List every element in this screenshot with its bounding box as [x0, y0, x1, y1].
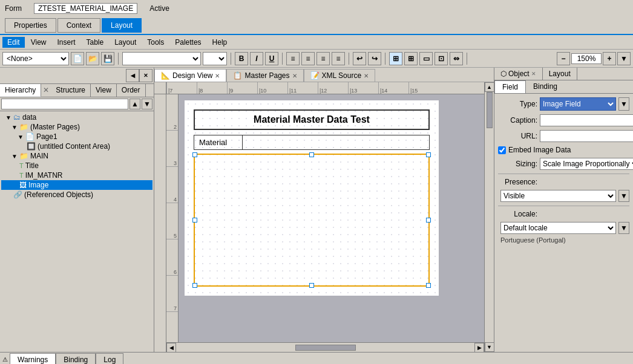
align-center-btn[interactable]: ≡ [301, 52, 315, 65]
move-down-btn[interactable]: ▼ [142, 99, 153, 109]
v-scrollbar[interactable]: ▲ ▼ [484, 82, 494, 352]
hierarchy-tab[interactable]: Hierarchy [0, 84, 41, 97]
xml-source-close[interactable]: ✕ [364, 73, 369, 79]
handle-br[interactable] [426, 283, 431, 288]
zoom-out-btn[interactable]: − [557, 52, 570, 65]
panel-close-btn[interactable]: ✕ [139, 69, 153, 82]
tree-item-im-matnr[interactable]: T IM_MATNR [1, 171, 153, 180]
grid2-btn[interactable]: ⊞ [404, 52, 418, 65]
tree-item-ref-objects[interactable]: 🔗 (Referenced Objects) [1, 190, 153, 200]
italic-btn[interactable]: I [250, 52, 263, 65]
type-select[interactable]: Image Field [540, 97, 616, 111]
open-btn[interactable]: 📂 [86, 52, 99, 65]
bold-btn[interactable]: B [235, 52, 248, 65]
embed-checkbox[interactable] [498, 146, 506, 154]
tree-item-master-pages[interactable]: ▼ 📁 (Master Pages) [1, 122, 153, 132]
redo-btn[interactable]: ↪ [368, 52, 381, 65]
order-tab[interactable]: Order [117, 84, 146, 97]
hierarchy-search[interactable] [1, 99, 128, 109]
structure-tab[interactable]: Structure [51, 84, 91, 97]
scroll-right-btn[interactable]: ▶ [474, 343, 484, 353]
zoom-dropdown-btn[interactable]: ▼ [617, 52, 631, 65]
tab-xml-source[interactable]: 📝 XML Source ✕ [304, 69, 376, 82]
tab-binding-bottom[interactable]: Binding [56, 353, 96, 365]
menu-edit[interactable]: Edit [2, 37, 25, 48]
tab-master-pages[interactable]: 📋 Master Pages ✕ [226, 69, 303, 82]
tree-item-untitled[interactable]: 🔲 (untitled Content Area) [1, 141, 153, 151]
tree-item-main[interactable]: ▼ 📁 MAIN [1, 151, 153, 161]
h-scrollbar-track[interactable] [176, 345, 474, 351]
handle-bl[interactable] [192, 283, 197, 288]
move-up-btn[interactable]: ▲ [130, 99, 140, 109]
expand-btn[interactable]: ⊡ [435, 52, 448, 65]
collapse-btn[interactable]: ◀ [126, 69, 139, 82]
tree-item-title[interactable]: T Title [1, 161, 153, 171]
zoom-in-btn[interactable]: + [603, 52, 616, 65]
view-tab-left[interactable]: View [91, 84, 117, 97]
scroll-up-btn[interactable]: ▲ [485, 82, 494, 92]
align-left-btn[interactable]: ≡ [286, 52, 300, 65]
h-scrollbar-thumb[interactable] [295, 345, 356, 351]
rect-btn[interactable]: ▭ [419, 52, 433, 65]
handle-tr[interactable] [426, 152, 431, 157]
handle-ml[interactable] [192, 218, 197, 223]
tab-log[interactable]: Log [96, 353, 123, 365]
tab-warnings[interactable]: Warnings [10, 353, 56, 365]
menu-layout[interactable]: Layout [110, 37, 141, 48]
menu-table[interactable]: Table [82, 37, 109, 48]
handle-tl[interactable] [192, 152, 197, 157]
menu-insert[interactable]: Insert [52, 37, 80, 48]
sizing-select[interactable]: Scale Image Proportionally Fit Image Str… [540, 158, 633, 170]
presence-select[interactable]: Visible Hidden Invisible [500, 190, 616, 202]
menu-tools[interactable]: Tools [142, 37, 169, 48]
ruler-vertical: 2 3 4 5 6 7 [166, 94, 179, 342]
ruler-mark-11: |11 [287, 82, 318, 94]
align-justify-btn[interactable]: ≡ [332, 52, 345, 65]
caption-input[interactable] [540, 114, 633, 126]
tab-context[interactable]: Context [57, 18, 100, 33]
tab-layout[interactable]: Layout [102, 18, 142, 33]
sub-tab-field[interactable]: Field [494, 80, 526, 93]
menu-help[interactable]: Help [208, 37, 232, 48]
tree-item-image[interactable]: 🖼 Image [1, 180, 153, 190]
tree-item-data[interactable]: ▼ 🗂 data [1, 112, 153, 122]
align-right-btn[interactable]: ≡ [316, 52, 330, 65]
menu-view[interactable]: View [26, 37, 51, 48]
handle-tm[interactable] [309, 152, 314, 157]
undo-btn[interactable]: ↩ [353, 52, 366, 65]
scroll-left-btn[interactable]: ◀ [166, 343, 176, 353]
url-input[interactable] [540, 130, 633, 142]
v-scrollbar-track[interactable] [487, 92, 493, 342]
grid-btn[interactable]: ⊞ [389, 52, 402, 65]
master-pages-close[interactable]: ✕ [292, 73, 297, 79]
type-dropdown-btn[interactable]: ▼ [618, 97, 629, 111]
design-view-close[interactable]: ✕ [215, 73, 220, 79]
design-scroll[interactable]: Material Master Data Test Material [179, 94, 484, 342]
underline-btn[interactable]: U [265, 52, 278, 65]
object-close[interactable]: ✕ [531, 71, 536, 77]
tab-object[interactable]: ⬡ Object ✕ [494, 68, 543, 80]
h-scrollbar[interactable]: ◀ ▶ [166, 342, 484, 352]
tab-properties[interactable]: Properties [5, 18, 56, 33]
locale-select[interactable]: Default locale [500, 222, 616, 234]
form-label: Form [5, 4, 22, 13]
handle-bm[interactable] [309, 283, 314, 288]
right-properties: Type: Image Field ▼ Caption: URL: 📂 Embe… [494, 94, 633, 352]
arrows-btn[interactable]: ⇔ [450, 52, 463, 65]
scroll-down-btn[interactable]: ▼ [485, 342, 494, 352]
tab-layout-right[interactable]: Layout [543, 68, 577, 80]
presence-dropdown-btn[interactable]: ▼ [618, 190, 629, 202]
tree-item-page1[interactable]: ▼ 📄 Page1 [1, 132, 153, 141]
style-select[interactable]: <None> [2, 52, 69, 65]
sub-tab-binding[interactable]: Binding [526, 80, 565, 93]
image-area[interactable] [194, 154, 430, 287]
font-select[interactable] [122, 52, 201, 65]
new-btn[interactable]: 📄 [71, 52, 84, 65]
v-scrollbar-thumb[interactable] [487, 92, 493, 128]
handle-mr[interactable] [426, 218, 431, 223]
locale-dropdown-btn[interactable]: ▼ [618, 222, 629, 234]
menu-palettes[interactable]: Palettes [170, 37, 206, 48]
tab-design-view[interactable]: 📐 Design View ✕ [154, 69, 226, 82]
size-select[interactable] [203, 52, 227, 65]
save-btn[interactable]: 💾 [101, 52, 114, 65]
